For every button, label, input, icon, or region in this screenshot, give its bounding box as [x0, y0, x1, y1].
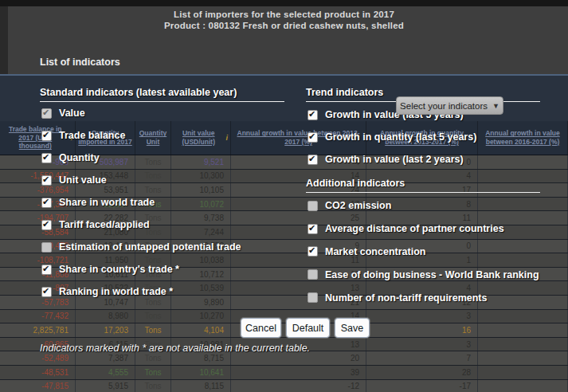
- table-cell: 5,915: [76, 380, 135, 392]
- asterisk-footnote: Indicators marked with * are not availab…: [40, 343, 310, 354]
- indicator-checkbox[interactable]: [41, 287, 52, 297]
- indicator-row: Growth in quantity (last 5 years): [306, 126, 561, 148]
- table-cell: 10,270: [171, 310, 231, 323]
- list-of-indicators-title: List of indicators: [40, 57, 120, 68]
- additional-indicators-section: Additional indicators: [306, 178, 540, 193]
- indicator-checkbox[interactable]: [41, 220, 52, 230]
- table-cell: Tons: [135, 366, 171, 379]
- standard-indicators-list: ValueTrade balanceQuantityUnit valueShar…: [40, 102, 295, 303]
- indicator-label[interactable]: Growth in value (last 2 years): [325, 154, 464, 165]
- indicator-row: Share in world trade: [40, 191, 295, 214]
- indicator-label[interactable]: Tariff faced/applied: [59, 219, 150, 230]
- indicator-label[interactable]: Value: [59, 108, 85, 119]
- table-cell: 10,641: [171, 366, 231, 379]
- screen: List of importers for the selected produ…: [0, 0, 568, 392]
- indicator-checkbox[interactable]: [41, 131, 52, 141]
- indicator-label[interactable]: Number of non-tariff requirements: [325, 292, 488, 304]
- table-cell: -48,531: [0, 366, 76, 379]
- table-cell: -77,432: [0, 310, 76, 323]
- table-cell: 3: [366, 338, 478, 351]
- indicator-checkbox[interactable]: [41, 108, 52, 119]
- indicator-label[interactable]: Ranking in world trade *: [59, 286, 173, 297]
- indicator-label[interactable]: Estimation of untapped potential trade: [59, 241, 241, 253]
- indicator-label[interactable]: Unit value: [59, 174, 107, 186]
- table-cell: 4,104: [171, 323, 231, 337]
- additional-indicators-heading: Additional indicators: [306, 178, 540, 189]
- indicator-row: Value: [40, 102, 295, 124]
- indicator-checkbox[interactable]: [308, 201, 318, 211]
- table-cell: [478, 366, 568, 379]
- indicator-checkbox[interactable]: [41, 265, 52, 275]
- indicator-checkbox[interactable]: [41, 175, 52, 186]
- indicator-checkbox[interactable]: [41, 153, 52, 163]
- indicator-label[interactable]: CO2 emission: [325, 200, 391, 211]
- indicator-label[interactable]: Growth in quantity (last 5 years): [325, 131, 476, 143]
- indicator-checkbox[interactable]: [308, 224, 318, 234]
- indicator-label[interactable]: Ease of doing business - World Bank rank…: [325, 269, 539, 280]
- indicator-checkbox[interactable]: [308, 110, 318, 120]
- table-cell: 4,555: [76, 366, 135, 379]
- indicator-label[interactable]: Quantity: [59, 152, 100, 163]
- table-cell: [478, 351, 568, 365]
- indicator-row: Estimation of untapped potential trade: [40, 236, 295, 258]
- table-cell: -12: [231, 380, 366, 392]
- default-button[interactable]: Default: [286, 318, 330, 338]
- heading-underline: [306, 192, 540, 193]
- indicator-row: Share in country's trade *: [40, 258, 295, 280]
- indicator-checkbox[interactable]: [41, 242, 52, 253]
- table-cell: 3: [366, 310, 478, 323]
- table-cell: Tons: [135, 380, 171, 392]
- indicator-checkbox[interactable]: [308, 246, 318, 257]
- indicator-row: Number of non-tariff requirements: [306, 286, 561, 309]
- indicator-row: Trade balance: [40, 124, 295, 147]
- indicator-checkbox[interactable]: [308, 132, 318, 143]
- table-cell: [478, 380, 568, 392]
- table-cell: 17,203: [76, 323, 135, 337]
- table-cell: 8,980: [76, 310, 135, 323]
- indicator-row: Market concentration: [306, 241, 561, 264]
- indicator-row: Unit value: [40, 169, 295, 191]
- dropdown-label: Select your indicators: [400, 101, 488, 111]
- indicator-label[interactable]: Average distance of partner countries: [325, 223, 504, 234]
- indicator-row: CO2 emission: [306, 194, 561, 218]
- table-cell: 16: [366, 323, 478, 337]
- indicator-row: Average distance of partner countries: [306, 218, 561, 241]
- top-bar: [0, 0, 568, 6]
- table-cell: -47,815: [0, 380, 76, 392]
- indicator-checkbox[interactable]: [308, 155, 318, 165]
- standard-indicators-heading: Standard indicators (latest available ye…: [40, 87, 284, 98]
- indicator-label[interactable]: Share in country's trade *: [59, 264, 179, 275]
- table-cell: 2,825,781: [0, 323, 76, 337]
- indicator-checkbox[interactable]: [308, 269, 318, 280]
- indicator-label[interactable]: Market concentration: [325, 246, 425, 257]
- indicator-label[interactable]: Share in world trade: [59, 197, 155, 208]
- table-cell: [478, 323, 568, 337]
- indicator-row: Quantity: [40, 147, 295, 169]
- table-cell: 8,115: [171, 380, 231, 392]
- table-cell: Tons: [135, 323, 171, 337]
- table-row: 2,825,78117,203Tons4,1041516: [0, 323, 568, 338]
- save-button[interactable]: Save: [335, 318, 370, 338]
- indicator-checkbox[interactable]: [308, 292, 318, 303]
- table-cell: [478, 310, 568, 323]
- additional-indicators-list: CO2 emissionAverage distance of partner …: [306, 194, 561, 309]
- table-cell: [478, 338, 568, 351]
- table-cell: 28: [366, 366, 478, 379]
- cancel-button[interactable]: Cancel: [241, 318, 281, 338]
- indicator-checkbox[interactable]: [41, 198, 52, 208]
- table-row: -47,8155,915Tons8,115-12-17: [0, 380, 568, 392]
- table-row: -48,5314,555Tons10,6413928: [0, 366, 568, 380]
- table-cell: Tons: [135, 310, 171, 323]
- indicator-label[interactable]: Trade balance: [59, 130, 125, 141]
- table-cell: -17: [366, 380, 478, 392]
- table-cell: 39: [231, 366, 366, 379]
- table-row: -77,4328,980Tons10,270143: [0, 310, 568, 324]
- indicator-row: Tariff faced/applied: [40, 214, 295, 236]
- indicator-row: Ease of doing business - World Bank rank…: [306, 263, 561, 286]
- page-title: List of importers for the selected produ…: [0, 10, 568, 19]
- table-cell: 7: [366, 351, 478, 365]
- select-your-indicators-dropdown[interactable]: Select your indicators ▼: [396, 96, 503, 115]
- chevron-down-icon: ▼: [492, 102, 499, 110]
- indicator-row: Ranking in world trade *: [40, 280, 295, 303]
- indicator-row: Growth in value (last 2 years): [306, 148, 561, 171]
